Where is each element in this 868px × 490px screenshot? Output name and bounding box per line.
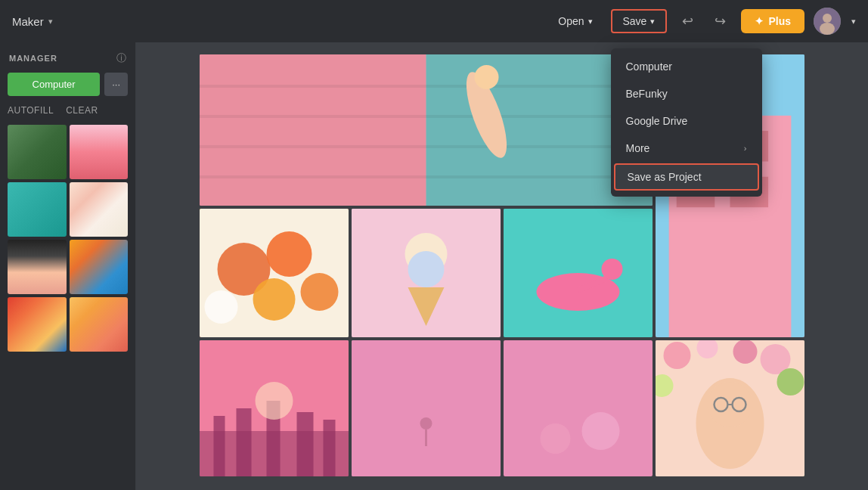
collage-cell-3[interactable]	[200, 209, 349, 337]
more-chevron-icon: ›	[744, 144, 747, 153]
collage-image-3	[200, 209, 349, 337]
collage-cell-6[interactable]	[200, 340, 349, 476]
maker-chevron-icon: ▾	[48, 17, 53, 26]
thumb-row-3	[8, 240, 128, 294]
collage-cell-8[interactable]	[504, 340, 653, 476]
svg-point-20	[267, 231, 312, 277]
maker-label: Maker	[12, 15, 44, 28]
svg-rect-9	[200, 175, 653, 178]
svg-point-44	[541, 423, 571, 454]
collage-image-6	[200, 340, 349, 476]
thumb-row-1	[8, 125, 128, 179]
save-button[interactable]: Save ▾	[611, 9, 668, 33]
collage-image-8	[504, 340, 653, 476]
svg-point-45	[582, 412, 620, 450]
autofill-link[interactable]: AUTOFILL	[8, 105, 54, 116]
collage-image-7	[352, 340, 501, 476]
redo-button[interactable]: ↪	[708, 10, 732, 33]
plus-star-icon: ✦	[755, 15, 764, 27]
save-googledrive-item[interactable]: Google Drive	[611, 107, 762, 135]
collage-image-4	[352, 209, 501, 337]
svg-point-26	[408, 251, 445, 287]
collage-image-5	[504, 209, 653, 337]
svg-rect-40	[352, 340, 501, 476]
svg-point-11	[475, 65, 499, 89]
svg-rect-34	[214, 416, 225, 476]
collage-cell-9[interactable]	[656, 340, 804, 476]
svg-point-21	[253, 278, 296, 321]
svg-rect-4	[200, 54, 426, 206]
save-wrapper: Save ▾ Computer BeFunky Google Drive Mor…	[611, 9, 668, 33]
sidebar-thumbnails	[8, 125, 128, 352]
svg-rect-38	[324, 420, 336, 476]
thumb-row-2	[8, 182, 128, 237]
collage-cell-7[interactable]	[352, 340, 501, 476]
svg-point-52	[777, 368, 804, 395]
thumb-6[interactable]	[70, 240, 129, 294]
thumb-7[interactable]	[8, 297, 67, 352]
thumb-row-4	[8, 297, 128, 352]
collage-image-9	[656, 340, 804, 476]
save-computer-item[interactable]: Computer	[611, 53, 762, 80]
svg-rect-7	[200, 115, 653, 118]
collage-cell-4[interactable]	[352, 209, 501, 337]
clear-link[interactable]: CLEAR	[66, 105, 98, 116]
svg-point-29	[537, 273, 620, 311]
sidebar-more-button[interactable]: ···	[104, 73, 128, 96]
svg-point-23	[301, 273, 339, 311]
svg-rect-37	[297, 412, 314, 476]
thumb-4[interactable]	[70, 182, 129, 237]
sidebar-header: MANAGER ⓘ	[8, 51, 128, 65]
save-dropdown: Computer BeFunky Google Drive More › Sav…	[611, 48, 762, 197]
svg-point-49	[733, 340, 758, 364]
thumb-8[interactable]	[70, 297, 129, 352]
maker-menu[interactable]: Maker ▾	[12, 15, 53, 28]
svg-point-22	[205, 290, 238, 324]
svg-point-39	[256, 382, 293, 420]
thumb-2[interactable]	[70, 125, 129, 179]
avatar-chevron-icon[interactable]: ▾	[851, 17, 856, 26]
svg-rect-8	[200, 145, 653, 148]
save-chevron-icon: ▾	[650, 17, 655, 26]
undo-button[interactable]: ↩	[676, 10, 699, 33]
sidebar-btn-row: Computer ···	[8, 73, 128, 96]
save-more-item[interactable]: More ›	[611, 135, 762, 162]
svg-point-1	[823, 14, 832, 23]
plus-button[interactable]: ✦ Plus	[741, 9, 804, 33]
thumb-3[interactable]	[8, 182, 67, 237]
open-chevron-icon: ▾	[588, 17, 593, 26]
svg-point-2	[820, 23, 835, 35]
save-as-project-item[interactable]: Save as Project	[614, 163, 759, 191]
top-navigation: Maker ▾ Open ▾ Save ▾ Computer BeFunky G…	[0, 0, 868, 42]
thumb-5[interactable]	[8, 240, 67, 294]
manager-label: MANAGER	[9, 54, 57, 63]
avatar-image	[814, 8, 841, 35]
collage-cell-5[interactable]	[504, 209, 653, 337]
user-avatar[interactable]	[814, 8, 841, 35]
collage-cell-1[interactable]	[200, 54, 653, 206]
svg-rect-6	[200, 85, 653, 88]
svg-point-47	[664, 342, 691, 369]
sidebar: MANAGER ⓘ Computer ··· AUTOFILL CLEAR	[0, 42, 136, 490]
collage-image-1	[200, 54, 653, 206]
computer-button[interactable]: Computer	[8, 73, 100, 96]
svg-rect-35	[237, 408, 252, 476]
open-button[interactable]: Open ▾	[549, 11, 601, 32]
thumb-1[interactable]	[8, 125, 67, 179]
svg-point-41	[420, 417, 432, 430]
save-befunky-item[interactable]: BeFunky	[611, 80, 762, 107]
svg-rect-43	[504, 340, 653, 476]
info-icon[interactable]: ⓘ	[116, 51, 126, 65]
sidebar-actions: AUTOFILL CLEAR	[8, 104, 128, 117]
